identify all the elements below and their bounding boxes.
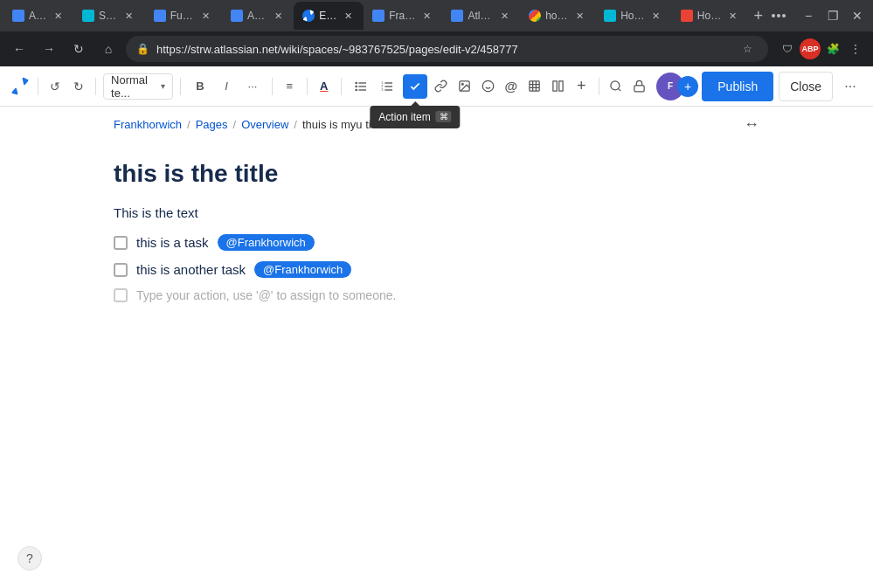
more-text-button[interactable]: ··· (240, 74, 265, 99)
minimize-button[interactable]: − (796, 3, 821, 28)
sep6 (341, 78, 342, 95)
tab-about[interactable]: About ✕ (3, 2, 73, 30)
breadcrumb-overview[interactable]: Overview (241, 118, 288, 131)
editor-toolbar: ↺ ↻ Normal te... ▾ B I ··· ≡ A 123 (0, 66, 873, 107)
mention-button[interactable]: @ (501, 74, 521, 99)
task-list: this is a task @Frankhorwich this is ano… (114, 234, 759, 302)
tab-howd1[interactable]: How d... ✕ (595, 2, 672, 30)
restrict-button[interactable] (629, 74, 649, 99)
help-button[interactable]: ? (17, 546, 42, 571)
svg-rect-25 (553, 81, 557, 91)
tab-admin[interactable]: Admi... ✕ (222, 2, 294, 30)
tab-atlassi[interactable]: Atlassi... ✕ (442, 2, 520, 30)
address-box[interactable]: 🔒 https://strw.atlassian.net/wiki/spaces… (126, 36, 768, 62)
page-title[interactable]: this is the title (114, 160, 759, 188)
svg-point-0 (777, 14, 780, 17)
italic-button[interactable]: I (214, 74, 239, 99)
tab-further[interactable]: Furthe... ✕ (145, 2, 222, 30)
browser-menu-icon[interactable]: ⋮ (845, 38, 866, 59)
more-insert-button[interactable]: + (572, 74, 592, 99)
task-checkbox-3[interactable] (114, 288, 128, 302)
tab-atlassi-close[interactable]: ✕ (497, 9, 511, 23)
extensions-icon[interactable]: 🧩 (822, 38, 843, 59)
bullet-list-button[interactable] (349, 74, 373, 99)
tab-solved[interactable]: Solved ✕ (73, 2, 145, 30)
image-button[interactable] (454, 74, 475, 99)
tab-frankh[interactable]: Frankh... ✕ (364, 2, 442, 30)
tab-frankh-close[interactable]: ✕ (419, 9, 433, 23)
tab-howd1-close[interactable]: ✕ (649, 9, 663, 23)
expand-icon: ↔ (744, 115, 759, 134)
tab-further-close[interactable]: ✕ (199, 9, 213, 23)
window-controls: − ❐ ✕ (796, 3, 870, 28)
tab-howd2[interactable]: How d... ✕ (672, 2, 749, 30)
tab-frankh-label: Frankh... (389, 10, 415, 22)
close-editor-button[interactable]: Close (779, 72, 833, 101)
svg-rect-10 (385, 86, 392, 86)
svg-point-27 (611, 81, 620, 90)
tab-google[interactable]: how d... ✕ (520, 2, 595, 30)
num-list-button[interactable]: 123 (375, 74, 399, 99)
adblock-extension-icon[interactable]: ABP (800, 38, 821, 59)
reload-button[interactable]: ↻ (66, 37, 91, 61)
svg-rect-26 (559, 81, 563, 91)
table-button[interactable] (524, 74, 544, 99)
task-item-2: this is another task @Frankhorwich (114, 261, 759, 278)
tab-atlassi-label: Atlassi... (468, 10, 493, 22)
tab-about-close[interactable]: ✕ (51, 9, 65, 23)
search-toolbar-button[interactable] (606, 74, 627, 99)
tab-admin-close[interactable]: ✕ (271, 9, 285, 23)
close-window-button[interactable]: ✕ (845, 3, 870, 28)
breadcrumb-frankhorwich[interactable]: Frankhorwich (114, 118, 182, 131)
text-color-button[interactable]: A (314, 74, 334, 99)
tab-edit-favicon (302, 10, 315, 22)
align-button[interactable]: ≡ (280, 74, 300, 99)
tab-howd2-close[interactable]: ✕ (725, 9, 739, 23)
svg-rect-11 (385, 89, 392, 90)
forward-button[interactable]: → (37, 37, 61, 61)
confluence-logo[interactable] (10, 74, 31, 99)
home-button[interactable]: ⌂ (96, 37, 121, 61)
action-item-button[interactable] (403, 74, 427, 99)
task-item-3: Type your action, use '@' to assign to s… (114, 288, 759, 302)
maximize-button[interactable]: ❐ (821, 3, 845, 28)
task-placeholder-3[interactable]: Type your action, use '@' to assign to s… (136, 288, 396, 302)
undo-button[interactable]: ↺ (45, 74, 66, 99)
tab-further-favicon (154, 10, 166, 22)
tab-about-label: About (29, 10, 46, 22)
bold-button[interactable]: B (188, 74, 212, 99)
back-button[interactable]: ← (7, 37, 31, 61)
publish-button[interactable]: Publish (702, 72, 773, 101)
new-tab-button[interactable]: + (748, 3, 768, 28)
format-select[interactable]: Normal te... ▾ (103, 73, 173, 100)
redo-button[interactable]: ↻ (68, 74, 88, 99)
action-item-container: Action item ⌘ (403, 74, 427, 99)
invite-button[interactable]: + (677, 76, 698, 97)
link-button[interactable] (431, 74, 451, 99)
task-checkbox-2[interactable] (114, 263, 128, 277)
column-button[interactable] (548, 74, 568, 99)
expand-button[interactable]: ↔ (744, 115, 759, 134)
sep5 (307, 78, 308, 95)
breadcrumb-pages[interactable]: Pages (196, 118, 228, 131)
svg-rect-9 (385, 82, 392, 83)
editor-content: this is the title This is the text this … (0, 142, 873, 320)
emoji-button[interactable] (478, 74, 498, 99)
tab-howd1-favicon (604, 10, 616, 22)
svg-text:3: 3 (381, 87, 384, 92)
task-assignee-2[interactable]: @Frankhorwich (254, 261, 351, 278)
tab-edit-close[interactable]: ✕ (341, 9, 355, 23)
editor-more-button[interactable]: ··· (838, 74, 863, 99)
shield-icon[interactable]: 🛡 (777, 38, 798, 59)
tab-solved-close[interactable]: ✕ (122, 9, 136, 23)
task-checkbox-1[interactable] (114, 236, 128, 250)
bookmark-icon[interactable]: ☆ (737, 38, 758, 59)
tab-howd2-label: How d... (697, 10, 722, 22)
svg-rect-5 (358, 89, 366, 90)
tab-google-favicon (529, 10, 541, 22)
page-body-text[interactable]: This is the text (114, 205, 759, 220)
tab-edit-label: Edi... (319, 10, 336, 22)
tab-edit[interactable]: Edi... ✕ (294, 2, 364, 30)
tab-google-close[interactable]: ✕ (572, 9, 586, 23)
task-assignee-1[interactable]: @Frankhorwich (218, 234, 315, 251)
